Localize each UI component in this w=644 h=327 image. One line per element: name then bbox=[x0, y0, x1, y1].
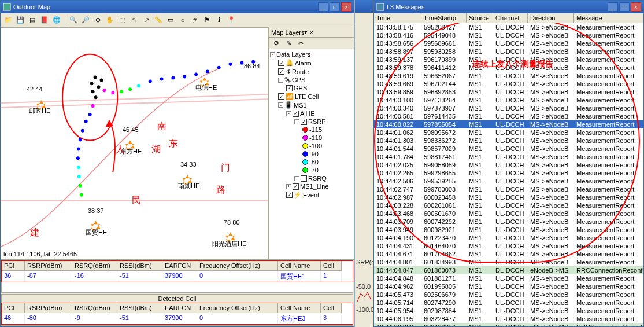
measure-icon[interactable]: 📏 bbox=[153, 15, 164, 25]
circle-icon[interactable]: ○ bbox=[177, 15, 188, 25]
tree-rsrq[interactable]: RSRQ bbox=[308, 175, 327, 182]
zoom-fit-icon[interactable]: ⊕ bbox=[92, 15, 103, 25]
message-row[interactable]: 10:44:02.025599058059MS1UL-DCCHMS->eNode… bbox=[374, 161, 643, 169]
table-header[interactable]: Cell Name bbox=[278, 261, 321, 271]
maximize-button[interactable]: □ bbox=[619, 2, 630, 12]
map-titlebar[interactable]: Outdoor Map _ □ × bbox=[1, 1, 354, 13]
message-row[interactable]: 10:43:59.137596170899MS1UL-DCCHMS->eNode… bbox=[374, 56, 643, 64]
message-row[interactable]: 10:44:04.431601464070MS1UL-DCCHMS->eNode… bbox=[374, 242, 643, 250]
msgs-titlebar[interactable]: L3 Messages _ □ × bbox=[374, 1, 643, 13]
minimize-button[interactable]: _ bbox=[608, 2, 618, 12]
grid-icon[interactable]: # bbox=[190, 15, 200, 25]
table-header[interactable]: Frequency Offset(Hz) bbox=[197, 261, 278, 271]
arrow-icon[interactable]: ↗ bbox=[141, 15, 151, 25]
close-button[interactable]: × bbox=[631, 2, 641, 12]
message-row[interactable]: 10:43:58.175595208427MS1UL-DCCHMS->eNode… bbox=[374, 23, 643, 31]
msg-header[interactable]: TimeStamp bbox=[421, 13, 467, 23]
tree-event[interactable]: Event bbox=[303, 192, 319, 199]
collapse-icon[interactable]: - bbox=[270, 52, 275, 57]
msg-header[interactable]: Direction bbox=[528, 13, 574, 23]
message-row[interactable]: 10:44:02.987600020458MS1UL-DCCHMS->eNode… bbox=[374, 193, 643, 201]
collapse-icon[interactable]: - bbox=[278, 78, 283, 83]
collapse-icon[interactable]: - bbox=[286, 111, 291, 116]
pointer-icon[interactable]: ↖ bbox=[129, 15, 139, 25]
tree-ms1[interactable]: MS1 bbox=[294, 102, 307, 109]
message-row[interactable]: 10:44:04.847601880073MS1DL-DCCHeNodeB->M… bbox=[374, 266, 643, 274]
message-row[interactable]: 10:44:00.100597133264MS1UL-DCCHMS->eNode… bbox=[374, 96, 643, 104]
message-row[interactable]: 10:44:03.949600982921MS1UL-DCCHMS->eNode… bbox=[374, 226, 643, 234]
layer-tool-1-icon[interactable]: ⚙ bbox=[271, 38, 282, 49]
expand-icon[interactable]: + bbox=[294, 176, 299, 181]
checkbox[interactable]: ✓ bbox=[286, 85, 293, 91]
message-row[interactable]: 10:44:04.801601834993MS1UL-DCCHMS->eNode… bbox=[374, 258, 643, 266]
tree-route[interactable]: Route bbox=[292, 68, 309, 75]
message-row[interactable]: 10:44:01.544598577029MS1UL-DCCHMS->eNode… bbox=[374, 145, 643, 153]
message-row[interactable]: 10:44:03.228600261061MS1UL-DCCHMS->eNode… bbox=[374, 201, 643, 210]
checkbox[interactable]: ✓ bbox=[278, 60, 284, 66]
layers-dropdown-icon[interactable]: ▾ bbox=[304, 28, 308, 36]
table-header[interactable]: Cell bbox=[321, 261, 342, 271]
checkbox[interactable]: ✓ bbox=[301, 119, 307, 125]
message-row[interactable]: 10:44:01.784598817461MS1UL-DCCHMS->eNode… bbox=[374, 153, 643, 161]
layers-close-icon[interactable]: × bbox=[310, 29, 313, 36]
msg-header[interactable]: Message bbox=[574, 13, 643, 23]
pan-icon[interactable]: ✋ bbox=[105, 15, 115, 25]
message-row[interactable]: 10:43:59.669596702144MS1UL-DCCHMS->eNode… bbox=[374, 80, 643, 88]
tree-ms1line[interactable]: MS1_Line bbox=[300, 183, 329, 190]
table-header[interactable]: Frequency Offset(Hz) bbox=[197, 303, 278, 313]
message-row[interactable]: 10:44:05.714602747290MS1UL-DCCHMS->eNode… bbox=[374, 299, 643, 307]
message-row[interactable]: 10:43:59.859596892853MS1UL-DCCHMS->eNode… bbox=[374, 88, 643, 96]
layer-tool-2-icon[interactable]: ✎ bbox=[283, 38, 294, 49]
checkbox[interactable] bbox=[301, 175, 307, 182]
message-row[interactable]: 10:44:03.709600742292MS1UL-DCCHMS->eNode… bbox=[374, 218, 643, 226]
table-header[interactable]: RSSI(dBm) bbox=[117, 261, 162, 271]
serving-cell-table[interactable]: PCIRSRP(dBm)RSRQ(dBm)RSSI(dBm)EARFCNFreq… bbox=[2, 261, 353, 282]
message-row[interactable]: 10:44:00.581597614435MS1UL-DCCHMS->eNode… bbox=[374, 112, 643, 120]
tree-lte[interactable]: LTE Cell bbox=[295, 93, 319, 100]
message-row[interactable]: 10:43:58.416595449048MS1UL-DCCHMS->eNode… bbox=[374, 31, 643, 39]
layers-tree[interactable]: -Data Layers ✓🔔Alarm ✓↯Route -🛰GPS ✓GPS … bbox=[269, 49, 354, 259]
messages-body[interactable]: 连续上发八个测量报告 10:43:58.175595208427MS1UL-DC… bbox=[374, 23, 643, 326]
table-header[interactable]: Cell Name bbox=[278, 303, 321, 313]
pin-icon[interactable]: 📍 bbox=[226, 15, 236, 25]
checkbox[interactable]: ✓ bbox=[293, 183, 299, 190]
checkbox[interactable]: ✓ bbox=[278, 68, 284, 75]
table-header[interactable]: PCI bbox=[2, 261, 25, 271]
checkbox[interactable]: ✓ bbox=[286, 192, 293, 198]
message-row[interactable]: 10:44:02.506599539255MS1UL-DCCHMS->eNode… bbox=[374, 177, 643, 185]
message-row[interactable]: 10:43:58.656595689661MS1UL-DCCHMS->eNode… bbox=[374, 39, 643, 47]
zoom-out-icon[interactable]: 🔎 bbox=[80, 15, 91, 25]
table-header[interactable]: RSRP(dBm) bbox=[25, 261, 72, 271]
info-icon[interactable]: ℹ bbox=[214, 15, 224, 25]
tree-gps[interactable]: GPS bbox=[292, 76, 305, 83]
map-canvas[interactable]: 42 44 邮政HE 46 45 东方HE 34 33 南湖HE 38 37 国… bbox=[1, 27, 268, 259]
message-row[interactable]: 10:43:58.897595930258MS1UL-DCCHMS->eNode… bbox=[374, 47, 643, 56]
zoom-in-icon[interactable]: 🔍 bbox=[68, 15, 79, 25]
select-icon[interactable]: ⬚ bbox=[117, 15, 127, 25]
save-icon[interactable]: 💾 bbox=[15, 15, 25, 25]
layer-tool-3-icon[interactable]: ✂ bbox=[295, 38, 306, 49]
detected-cell-table[interactable]: PCIRSRP(dBm)RSRQ(dBm)RSSI(dBm)EARFCNFreq… bbox=[2, 303, 353, 324]
message-row[interactable]: 10:44:06.369603402834MS1DL-DCCHeNodeB->M… bbox=[374, 323, 643, 326]
table-header[interactable]: RSRP(dBm) bbox=[25, 303, 72, 313]
table-header[interactable]: EARFCN bbox=[162, 303, 197, 313]
expand-icon[interactable]: + bbox=[286, 184, 291, 189]
message-row[interactable]: 10:44:05.473602506679MS1UL-DCCHMS->eNode… bbox=[374, 291, 643, 299]
checkbox[interactable]: ✓ bbox=[293, 111, 299, 117]
message-row[interactable]: 10:44:04.962601995805MS1UL-DCCHMS->eNode… bbox=[374, 282, 643, 291]
table-header[interactable]: RSSI(dBm) bbox=[117, 303, 162, 313]
table-header[interactable]: RSRQ(dBm) bbox=[72, 303, 117, 313]
message-row[interactable]: 10:44:04.190601223470MS1UL-DCCHMS->eNode… bbox=[374, 234, 643, 242]
tree-alarm[interactable]: Alarm bbox=[295, 60, 312, 67]
message-row[interactable]: 10:44:05.954602987884MS1UL-DCCHMS->eNode… bbox=[374, 307, 643, 315]
msg-header[interactable]: Source bbox=[467, 13, 493, 23]
region-icon[interactable]: ▭ bbox=[165, 15, 176, 25]
book-icon[interactable]: 📕 bbox=[39, 15, 50, 25]
message-row[interactable]: 10:43:59.619596652067MS1UL-DCCHMS->eNode… bbox=[374, 72, 643, 80]
close-button[interactable]: × bbox=[341, 2, 351, 12]
collapse-icon[interactable]: - bbox=[294, 119, 299, 124]
message-row[interactable]: 10:44:01.062598095672MS1UL-DCCHMS->eNode… bbox=[374, 128, 643, 137]
message-row[interactable]: 10:44:00.822597855054MS1UL-DCCHMS->eNode… bbox=[374, 120, 643, 128]
maximize-button[interactable]: □ bbox=[330, 2, 340, 12]
message-row[interactable]: 10:43:59.378596411412MS1UL-DCCHMS->eNode… bbox=[374, 64, 643, 72]
